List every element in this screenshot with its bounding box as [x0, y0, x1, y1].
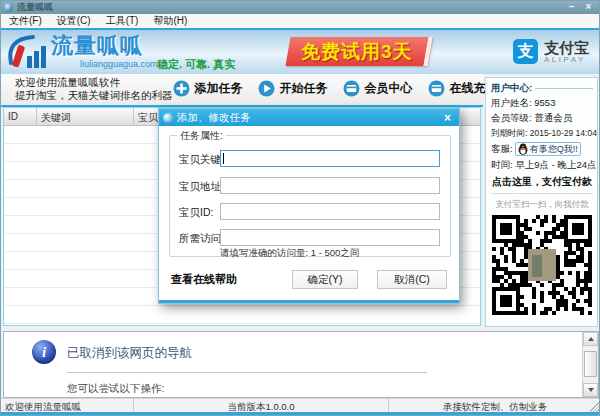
logo-domain: liuliangguagua.com: [80, 59, 158, 69]
welcome-text: 欢迎使用流量呱呱软件 提升淘宝，天猫关键词排名的利器: [15, 76, 173, 102]
close-button[interactable]: ×: [581, 2, 596, 13]
app-window: 流量呱呱 – × 文件(F) 设置(C) 工具(T) 帮助(H) 流量呱呱 li…: [0, 0, 600, 416]
toolbar: 欢迎使用流量呱呱软件 提升淘宝，天猫关键词排名的利器 添加任务 开始任务: [1, 74, 483, 107]
play-icon: [258, 80, 275, 97]
logo-slogan: 稳定. 可靠. 真实: [157, 57, 235, 72]
scrollbar-thumb[interactable]: [584, 351, 597, 377]
username-label: 用户姓名:: [491, 97, 532, 108]
visits-hint: 请填写准确的访问量: 1 - 500之间: [220, 247, 359, 260]
window-bottom-accent: [1, 412, 599, 416]
status-right: 承接软件定制、仿制业务: [389, 399, 600, 413]
service-time-label: 时间:: [491, 159, 513, 170]
dialog-icon: [163, 113, 173, 123]
member-level-label: 会员等级:: [491, 112, 532, 123]
start-task-label: 开始任务: [280, 80, 328, 97]
username-value: 9553: [534, 97, 555, 108]
text-caret: [223, 153, 224, 164]
task-properties-legend: 任务属性:: [177, 129, 226, 143]
menu-help[interactable]: 帮助(H): [153, 14, 187, 28]
column-header-id[interactable]: ID: [4, 108, 37, 125]
alipay-en: ALIPAY: [544, 56, 589, 64]
menu-file[interactable]: 文件(F): [9, 14, 42, 28]
title-bar: 流量呱呱 – ×: [1, 1, 599, 14]
app-icon: [4, 3, 13, 12]
user-center-panel: 用户中心: 用户姓名: 9553 会员等级: 普通会员 到期时间: 2015-1…: [485, 77, 598, 327]
free-trial-banner[interactable]: 免费试用3天: [285, 37, 432, 66]
add-task-label: 添加任务: [195, 80, 243, 97]
ok-button[interactable]: 确定(Y): [292, 270, 358, 289]
menu-bar: 文件(F) 设置(C) 工具(T) 帮助(H): [1, 14, 599, 28]
dialog-close-button[interactable]: ×: [440, 112, 455, 124]
status-version: 当前版本1.0.0.0: [134, 399, 389, 413]
member-center-button[interactable]: 会员中心: [343, 80, 413, 97]
scroll-up-button[interactable]: [583, 332, 598, 346]
dialog-title-bar: 添加、修改任务 ×: [159, 109, 459, 126]
alipay-logo: 支 支付宝 ALIPAY: [513, 39, 589, 64]
keyword-input[interactable]: [220, 150, 440, 167]
alipay-pay-link[interactable]: 点击这里，支付宝付款: [491, 176, 593, 188]
logo-icon: [5, 32, 51, 72]
service-time-value: 早上9点 - 晚上24点: [515, 159, 596, 170]
minimize-button[interactable]: –: [564, 2, 579, 13]
column-header-keyword[interactable]: 关键词: [37, 108, 134, 125]
vertical-scrollbar[interactable]: [582, 332, 598, 397]
welcome-line2: 提升淘宝，天猫关键词排名的利器: [15, 89, 173, 102]
menu-settings[interactable]: 设置(C): [57, 14, 91, 28]
user-center-title: 用户中心:: [491, 82, 532, 94]
sidebar-divider: [491, 193, 593, 194]
expire-value: 2015-10-29 14:04: [530, 128, 597, 138]
resize-grip[interactable]: [590, 402, 600, 412]
triangle-up-icon: [588, 337, 594, 341]
item-address-input[interactable]: [220, 177, 440, 194]
member-center-label: 会员中心: [365, 80, 413, 97]
menu-tools[interactable]: 工具(T): [106, 14, 139, 28]
service-label: 客服:: [491, 143, 513, 155]
logo-title: 流量呱呱: [51, 31, 143, 61]
info-icon: i: [32, 340, 56, 364]
error-suggestion: 您可以尝试以下操作:: [67, 382, 164, 396]
alipay-icon: 支: [513, 39, 538, 64]
alipay-qr-code: [492, 215, 592, 315]
member-level-value: 普通会员: [534, 112, 572, 123]
alipay-name: 支付宝: [544, 40, 589, 55]
error-divider: [67, 372, 427, 373]
dialog-bottom-accent: [159, 300, 459, 303]
navigation-canceled-title: 已取消到该网页的导航: [67, 345, 192, 362]
table-row[interactable]: [4, 306, 480, 324]
item-id-label: 宝贝ID:: [179, 206, 213, 220]
cancel-button[interactable]: 取消(C): [377, 270, 447, 289]
status-left: 欢迎使用流量呱呱: [1, 399, 134, 413]
item-address-label: 宝贝地址:: [179, 180, 224, 194]
scan-hint: 支付宝扫一扫，向我付款: [491, 198, 593, 210]
scroll-down-button[interactable]: [583, 383, 598, 397]
add-task-button[interactable]: 添加任务: [173, 80, 243, 97]
welcome-line1: 欢迎使用流量呱呱软件: [15, 76, 173, 89]
plus-icon: [173, 80, 190, 97]
visits-input[interactable]: [220, 229, 440, 246]
online-help-link[interactable]: 查看在线帮助: [171, 272, 237, 287]
add-task-dialog: 添加、修改任务 × 任务属性: 宝贝关键词: 宝贝地址: 宝贝ID: 所需访问量…: [158, 108, 460, 304]
status-bar: 欢迎使用流量呱呱 当前版本1.0.0.0 承接软件定制、仿制业务: [1, 398, 600, 413]
free-trial-label: 免费试用3天: [301, 39, 413, 65]
expire-label: 到期时间:: [491, 128, 527, 138]
item-id-input[interactable]: [220, 203, 440, 220]
triangle-down-icon: [588, 388, 594, 392]
qq-penguin-icon: [518, 143, 528, 155]
card-icon: [428, 80, 445, 97]
qq-service-label: 有事您Q我!!: [530, 143, 578, 155]
window-title: 流量呱呱: [17, 1, 53, 14]
header-banner: 流量呱呱 liuliangguagua.com 稳定. 可靠. 真实 免费试用3…: [1, 30, 599, 74]
start-task-button[interactable]: 开始任务: [258, 80, 328, 97]
card-icon: [343, 80, 360, 97]
qq-service-button[interactable]: 有事您Q我!!: [515, 142, 581, 156]
dialog-title: 添加、修改任务: [177, 111, 251, 125]
browser-pane: i 已取消到该网页的导航 您可以尝试以下操作:: [3, 331, 599, 398]
